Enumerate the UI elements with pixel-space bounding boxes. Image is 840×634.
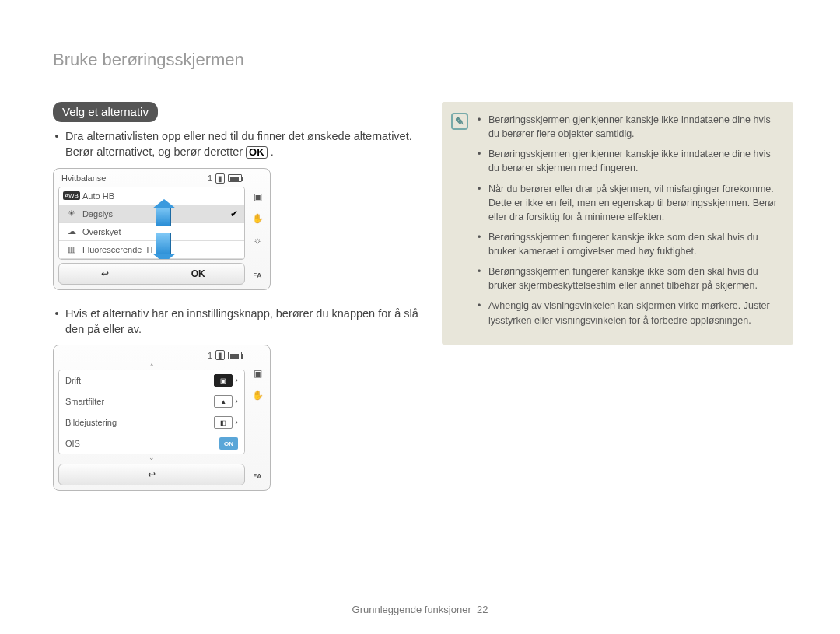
note-item: •Avhengig av visningsvinkelen kan skjerm… — [478, 299, 779, 327]
caret-up-icon[interactable]: ^ — [58, 363, 245, 370]
hand-ois-icon: ✋ — [251, 389, 264, 401]
list-item[interactable]: ▥ Fluorescerende_H — [59, 241, 244, 259]
info-note: ✎ •Berøringsskjermen gjenkjenner kanskje… — [442, 102, 793, 345]
list-item[interactable]: ☁ Overskyet — [59, 223, 244, 241]
list-item[interactable]: Drift ▣› — [59, 370, 244, 391]
wb-fluo-label: Fluorescerende_H — [82, 245, 153, 254]
footer-label: Grunnleggende funksjoner — [352, 604, 471, 615]
page-title: Bruke berøringsskjermen — [53, 50, 793, 75]
bullet-dot: • — [53, 128, 61, 160]
back-button[interactable]: ↩ — [59, 264, 152, 284]
chevron-right-icon: › — [235, 417, 238, 426]
battery-icon — [228, 352, 242, 359]
note-icon: ✎ — [451, 113, 468, 130]
list-item[interactable]: Bildejustering ◧› — [59, 412, 244, 433]
cam2-footer: ↩ — [58, 464, 245, 485]
note-item: •Berøringsskjermen gjenkjenner kanskje i… — [478, 147, 779, 175]
section-heading: Velg et alternativ — [53, 102, 158, 122]
hand-ois-icon: ✋ — [251, 212, 264, 225]
smartfilter-icon: ▲ — [214, 395, 233, 408]
whitebalance-list[interactable]: AWB Auto HB ☀ Dagslys ✔ ☁ Overskyet — [58, 187, 245, 260]
cam1-count: 1 — [208, 173, 212, 183]
caret-down-icon[interactable]: ⌄ — [58, 454, 245, 461]
chevron-right-icon: › — [235, 375, 238, 384]
intro-text: Dra alternativlisten opp eller ned til d… — [65, 130, 412, 158]
check-icon: ✔ — [230, 208, 238, 219]
battery-icon — [228, 174, 242, 182]
settings-list[interactable]: Drift ▣› Smartfilter ▲› Bildejustering ◧… — [58, 370, 245, 454]
mid-text: Hvis et alternativ har en innstillingskn… — [65, 306, 418, 338]
face-detect-icon: ▣ — [251, 367, 264, 380]
fluorescent-icon: ▥ — [65, 244, 78, 255]
row-imageadjust-label: Bildejustering — [65, 418, 117, 427]
bullet-dot: • — [53, 306, 61, 338]
intro-bullet: • Dra alternativlisten opp eller ned til… — [53, 128, 418, 160]
mid-bullet: • Hvis et alternativ har en innstillings… — [53, 306, 418, 338]
camera-screen-settings: 1 ▮ ^ Drift ▣› Smartfilter ▲› — [53, 345, 271, 491]
cam1-footer: ↩ OK — [58, 263, 245, 285]
note-item: •Berøringsskjermen fungerer kanskje ikke… — [478, 230, 779, 258]
note-item: •Når du berører eller drar på skjermen, … — [478, 182, 779, 224]
row-drift-label: Drift — [65, 376, 81, 385]
cloud-icon: ☁ — [65, 226, 78, 237]
camera-screen-whitebalance: Hvitbalanse 1 ▮ AWB Auto HB — [53, 168, 271, 290]
drive-mode-icon: ▣ — [214, 374, 233, 387]
ok-button[interactable]: OK — [152, 264, 245, 284]
wb-cloudy-label: Overskyet — [82, 227, 121, 236]
flash-auto-icon: ꜰᴀ — [253, 471, 262, 481]
imageadjust-icon: ◧ — [214, 416, 233, 429]
list-item[interactable]: AWB Auto HB — [59, 187, 244, 205]
awb-icon: AWB — [63, 191, 80, 200]
note-item: •Berøringsskjermen fungerer kanskje ikke… — [478, 264, 779, 292]
row-ois-label: OIS — [65, 439, 80, 448]
list-item[interactable]: Smartfilter ▲› — [59, 391, 244, 412]
flash-auto-icon: ꜰᴀ — [253, 270, 262, 280]
ois-toggle[interactable]: ON — [219, 437, 238, 450]
cam2-count: 1 — [208, 351, 212, 360]
back-button[interactable]: ↩ — [59, 464, 244, 485]
wb-auto-label: Auto HB — [82, 191, 114, 201]
sd-card-icon: ▮ — [215, 350, 225, 360]
page-footer: Grunnleggende funksjoner 22 — [0, 604, 840, 615]
row-smartfilter-label: Smartfilter — [65, 397, 104, 406]
footer-page-number: 22 — [477, 604, 488, 615]
sd-card-icon: ▮ — [215, 173, 225, 184]
ok-inline-icon: OK — [246, 146, 268, 159]
face-detect-icon: ▣ — [251, 191, 264, 203]
cam1-title: Hvitbalanse — [61, 173, 106, 183]
sun-icon: ☀ — [65, 208, 78, 219]
list-item[interactable]: ☀ Dagslys ✔ — [59, 205, 244, 223]
note-item: •Berøringsskjermen gjenkjenner kanskje i… — [478, 113, 779, 141]
list-item[interactable]: OIS ON — [59, 433, 244, 454]
wb-daylight-label: Dagslys — [82, 209, 113, 219]
chevron-right-icon: › — [235, 396, 238, 405]
brightness-icon: ☼ — [251, 234, 264, 247]
intro-suffix: . — [271, 145, 274, 158]
